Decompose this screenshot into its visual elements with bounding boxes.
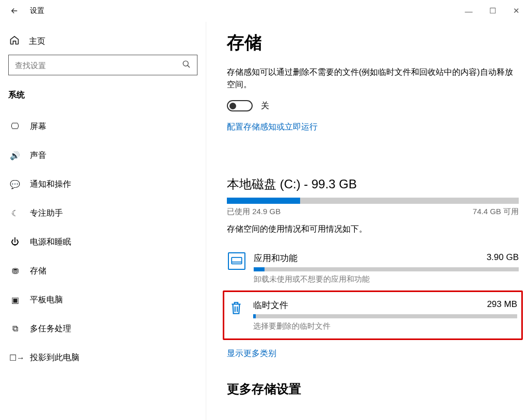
home-label: 主页: [29, 36, 45, 47]
sidebar-item-notifications[interactable]: 💬通知和操作: [8, 170, 197, 199]
free-label: 74.4 GB 可用: [473, 207, 519, 217]
search-box[interactable]: [8, 55, 197, 75]
category-title: 应用和功能: [254, 252, 298, 264]
sidebar-item-label: 存储: [30, 266, 46, 277]
nav-list: 🖵屏幕 🔊声音 💬通知和操作 ☾专注助手 ⏻电源和睡眠 ⛃存储 ▣平板电脑 ⧉多…: [8, 112, 197, 372]
sidebar-item-tablet[interactable]: ▣平板电脑: [8, 285, 197, 314]
category-size: 3.90 GB: [487, 252, 519, 264]
toggle-state-label: 关: [261, 101, 269, 111]
sidebar-item-power[interactable]: ⏻电源和睡眠: [8, 228, 197, 256]
sidebar-item-label: 多任务处理: [30, 324, 71, 334]
trash-icon: [227, 299, 245, 317]
sidebar-item-sound[interactable]: 🔊声音: [8, 141, 197, 170]
disk-usage-bar: [227, 198, 519, 204]
close-button[interactable]: ✕: [504, 0, 528, 22]
minimize-button[interactable]: —: [457, 0, 481, 22]
home-link[interactable]: 主页: [8, 32, 197, 55]
svg-point-0: [183, 61, 188, 66]
window-title: 设置: [30, 6, 44, 15]
sidebar-item-storage[interactable]: ⛃存储: [8, 256, 197, 285]
storage-sense-description: 存储感知可以通过删除不需要的文件(例如临时文件和回收站中的内容)自动释放空间。: [227, 66, 519, 91]
used-label: 已使用 24.9 GB: [227, 207, 280, 217]
sidebar-item-label: 投影到此电脑: [30, 352, 79, 363]
category-temp-files[interactable]: 临时文件 293 MB 选择要删除的临时文件: [226, 295, 517, 333]
focus-icon: ☾: [9, 208, 21, 218]
sidebar-item-label: 专注助手: [30, 208, 63, 219]
disk-header: 本地磁盘 (C:) - 99.3 GB: [227, 176, 519, 192]
category-title: 临时文件: [253, 299, 288, 311]
back-button[interactable]: [5, 2, 24, 20]
power-icon: ⏻: [9, 237, 21, 247]
window-controls: — ☐ ✕: [457, 0, 528, 22]
sidebar-item-label: 屏幕: [30, 121, 46, 132]
category-desc: 卸载未使用或不想要的应用和功能: [254, 274, 519, 284]
sidebar-section-label: 系统: [8, 90, 197, 101]
show-more-categories-link[interactable]: 显示更多类别: [227, 348, 276, 359]
title-bar: 设置 — ☐ ✕: [0, 0, 528, 22]
disk-usage-labels: 已使用 24.9 GB 74.4 GB 可用: [227, 207, 519, 217]
svg-line-1: [188, 65, 190, 67]
highlighted-temp-files: 临时文件 293 MB 选择要删除的临时文件: [223, 290, 523, 340]
projecting-icon: ☐→: [9, 353, 21, 363]
page-title: 存储: [227, 31, 519, 55]
sidebar-item-display[interactable]: 🖵屏幕: [8, 112, 197, 141]
maximize-button[interactable]: ☐: [481, 0, 504, 22]
home-icon: [9, 35, 20, 47]
storage-icon: ⛃: [9, 266, 21, 276]
sidebar-item-label: 通知和操作: [30, 179, 71, 190]
more-storage-settings-header: 更多存储设置: [227, 381, 519, 397]
multitask-icon: ⧉: [9, 324, 21, 333]
storage-sense-toggle[interactable]: [227, 100, 253, 111]
category-size: 293 MB: [487, 299, 517, 311]
sidebar-item-multitask[interactable]: ⧉多任务处理: [8, 314, 197, 343]
category-bar: [254, 267, 519, 271]
notifications-icon: 💬: [9, 180, 21, 189]
sidebar-item-label: 声音: [30, 150, 46, 161]
category-apps[interactable]: 应用和功能 3.90 GB 卸载未使用或不想要的应用和功能: [227, 248, 519, 286]
category-desc: 选择要删除的临时文件: [253, 321, 517, 331]
sound-icon: 🔊: [9, 151, 21, 160]
sidebar-item-projecting[interactable]: ☐→投影到此电脑: [8, 343, 197, 372]
display-icon: 🖵: [9, 122, 21, 131]
sidebar-item-label: 电源和睡眠: [30, 237, 71, 248]
main-panel: 存储 存储感知可以通过删除不需要的文件(例如临时文件和回收站中的内容)自动释放空…: [206, 22, 528, 420]
apps-icon: [228, 252, 245, 270]
search-icon: [182, 60, 191, 71]
usage-description: 存储空间的使用情况和可用情况如下。: [227, 224, 519, 235]
sidebar-item-label: 平板电脑: [30, 295, 63, 305]
tablet-icon: ▣: [9, 295, 21, 305]
svg-rect-2: [232, 257, 242, 264]
configure-storage-sense-link[interactable]: 配置存储感知或立即运行: [227, 122, 318, 133]
sidebar: 主页 系统 🖵屏幕 🔊声音 💬通知和操作 ☾专注助手 ⏻电源和睡眠 ⛃存储 ▣平…: [0, 22, 206, 420]
category-bar: [253, 314, 517, 318]
search-input[interactable]: [15, 61, 182, 70]
sidebar-item-focus[interactable]: ☾专注助手: [8, 199, 197, 228]
